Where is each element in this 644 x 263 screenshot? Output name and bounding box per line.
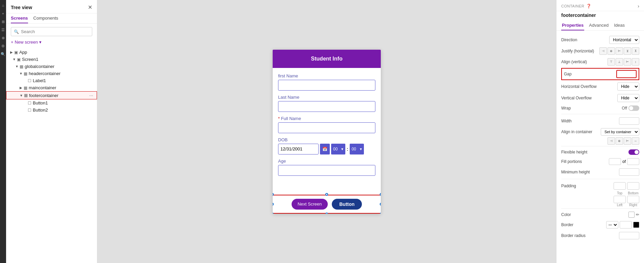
home-icon[interactable]: ⌂ bbox=[0, 3, 6, 8]
tree-item-app[interactable]: ▶ ▣ App bbox=[6, 49, 97, 56]
plus-icon[interactable]: + bbox=[0, 11, 6, 16]
width-input[interactable]: 640 bbox=[619, 117, 639, 125]
align-c-right-button[interactable]: ⊢ bbox=[624, 137, 631, 145]
new-screen-button[interactable]: + New screen ▾ bbox=[11, 40, 92, 45]
tree-item-headercontainer[interactable]: ▼ ▦ headercontainer bbox=[6, 70, 97, 77]
tree-item-button2[interactable]: ☐ Button2 bbox=[6, 106, 97, 114]
canvas-area: Student Info first Name Last Name * Full… bbox=[97, 0, 556, 263]
justify-spacearound-button[interactable]: ⊼ bbox=[632, 47, 639, 55]
panel-collapse-button[interactable]: › bbox=[638, 3, 639, 9]
align-top-button[interactable]: ⊤ bbox=[608, 58, 615, 66]
align-c-center-button[interactable]: ⊕ bbox=[616, 137, 623, 145]
next-screen-button[interactable]: Next Screen bbox=[292, 199, 328, 210]
tree-label-footercontainer: footercontainer bbox=[29, 93, 88, 98]
border-width-input[interactable]: 0 bbox=[620, 221, 632, 229]
fill-portions-numerator[interactable]: 1 bbox=[609, 158, 621, 165]
tree-arrow-footercontainer: ▼ bbox=[19, 94, 24, 97]
tree-item-screen1[interactable]: ▼ ▣ Screen1 bbox=[6, 56, 97, 63]
border-style-select[interactable]: — - - bbox=[606, 221, 618, 229]
color-edit-icon[interactable]: ✏ bbox=[636, 212, 639, 217]
input-lastname[interactable] bbox=[278, 101, 375, 112]
tree-item-maincontainer[interactable]: ▶ ▦ maincontainer bbox=[6, 84, 97, 91]
handle-right[interactable] bbox=[380, 203, 381, 206]
tree-arrow-globalcontainer: ▼ bbox=[14, 65, 20, 68]
flexible-height-toggle[interactable] bbox=[628, 149, 639, 155]
section-label: CONTAINER bbox=[561, 4, 584, 8]
flexible-height-switch[interactable] bbox=[628, 149, 639, 155]
v-overflow-select[interactable]: Hide Scroll bbox=[617, 94, 639, 102]
prop-v-overflow: Vertical Overflow Hide Scroll bbox=[561, 92, 639, 104]
justify-spacebetween-button[interactable]: ⊻ bbox=[624, 47, 631, 55]
handle-top[interactable] bbox=[325, 193, 328, 196]
label-icon: ☐ bbox=[28, 78, 31, 83]
input-firstname[interactable] bbox=[278, 80, 375, 91]
tree-item-footercontainer[interactable]: ▼ ▦ footercontainer ··· bbox=[6, 91, 97, 99]
prop-padding-header: Padding 0 0 bbox=[561, 181, 639, 191]
wrap-switch[interactable] bbox=[628, 105, 639, 111]
button-button[interactable]: Button bbox=[332, 199, 362, 210]
justify-left-button[interactable]: ⊣ bbox=[599, 47, 607, 55]
label-firstname: first Name bbox=[278, 73, 298, 78]
tree-item-globalcontainer[interactable]: ▼ ▦ globalcontainer bbox=[6, 63, 97, 70]
search-input[interactable] bbox=[21, 29, 89, 34]
align-c-left-button[interactable]: ⊣ bbox=[608, 137, 615, 145]
more-options-icon[interactable]: ··· bbox=[88, 93, 95, 98]
tree-panel-header: Tree view ✕ bbox=[6, 0, 97, 14]
justify-center-button[interactable]: ⊕ bbox=[608, 47, 615, 55]
hour-select[interactable]: 00 ▾ bbox=[331, 144, 345, 154]
padding-bottom-input[interactable]: 0 bbox=[614, 196, 626, 203]
layers-icon[interactable]: ☰ bbox=[0, 27, 6, 32]
align-stretch-button[interactable]: ↕ bbox=[632, 58, 639, 66]
tree-item-button1[interactable]: ☐ Button1 bbox=[6, 99, 97, 106]
padding-labels-bottomleft: Left Right bbox=[561, 203, 639, 207]
input-fullname[interactable] bbox=[278, 122, 375, 133]
direction-select[interactable]: Horizontal Vertical bbox=[609, 36, 639, 44]
padding-left-input[interactable]: 0 bbox=[627, 196, 639, 203]
border-radius-input[interactable]: 4 bbox=[619, 232, 639, 239]
align-c-stretch-button[interactable]: ↔ bbox=[632, 137, 639, 145]
prop-fill-portions: Fill portions 1 of 2 bbox=[561, 157, 639, 167]
search-sidebar-icon[interactable]: 🔍 bbox=[0, 51, 6, 57]
min-height-input[interactable]: 112 bbox=[619, 168, 639, 176]
bottom-label: Bottom bbox=[627, 191, 639, 195]
prop-gap: Gap 0 bbox=[561, 68, 639, 80]
padding-right-input[interactable]: 0 bbox=[627, 182, 639, 190]
tab-advanced[interactable]: Advanced bbox=[588, 21, 609, 30]
settings-icon[interactable]: ⚙ bbox=[0, 43, 6, 49]
dob-row: 📅 00 ▾ : 00 ▾ bbox=[278, 144, 375, 154]
wrap-toggle[interactable]: Off bbox=[622, 105, 639, 111]
grid-icon[interactable]: ⊞ bbox=[0, 19, 6, 24]
prop-width: Width 640 bbox=[561, 116, 639, 126]
tree-panel-title: Tree view bbox=[11, 5, 32, 10]
align-container-select[interactable]: Set by container Custom bbox=[601, 128, 639, 136]
h-overflow-select[interactable]: Hide Scroll bbox=[617, 82, 639, 91]
tree-arrow-maincontainer: ▶ bbox=[18, 86, 24, 90]
tree-item-label1[interactable]: ☐ Label1 bbox=[6, 77, 97, 84]
gap-input[interactable]: 0 bbox=[616, 70, 637, 78]
calendar-button[interactable]: 📅 bbox=[320, 144, 330, 154]
handle-bottomright[interactable] bbox=[380, 213, 381, 214]
handle-bottom[interactable] bbox=[325, 213, 328, 214]
dob-input[interactable] bbox=[278, 144, 319, 154]
align-middle-button[interactable]: ⊥ bbox=[616, 58, 623, 66]
tab-screens[interactable]: Screens bbox=[11, 16, 28, 23]
color-swatch[interactable] bbox=[628, 212, 635, 218]
handle-topright[interactable] bbox=[380, 193, 381, 196]
fill-portions-denominator[interactable]: 2 bbox=[627, 158, 639, 165]
tab-properties[interactable]: Properties bbox=[561, 21, 584, 30]
help-icon[interactable]: ❓ bbox=[586, 4, 591, 8]
v-overflow-label: Vertical Overflow bbox=[561, 96, 592, 100]
tab-components[interactable]: Components bbox=[33, 16, 58, 23]
tree-panel-close-button[interactable]: ✕ bbox=[88, 4, 92, 10]
data-icon[interactable]: ⊗ bbox=[0, 35, 6, 41]
align-v-buttons: ⊤ ⊥ ⊢ ↕ bbox=[591, 58, 639, 66]
minute-select[interactable]: 00 ▾ bbox=[350, 144, 364, 154]
app-title: Student Info bbox=[311, 56, 342, 62]
border-color-swatch[interactable] bbox=[633, 222, 639, 228]
tab-ideas[interactable]: Ideas bbox=[613, 21, 625, 30]
input-age[interactable] bbox=[278, 165, 375, 176]
justify-right-button[interactable]: ⊢ bbox=[616, 47, 623, 55]
justify-h-label: Justify (horizontal) bbox=[561, 49, 594, 53]
padding-top-input[interactable]: 0 bbox=[614, 182, 626, 190]
align-bottom-button[interactable]: ⊢ bbox=[624, 58, 631, 66]
